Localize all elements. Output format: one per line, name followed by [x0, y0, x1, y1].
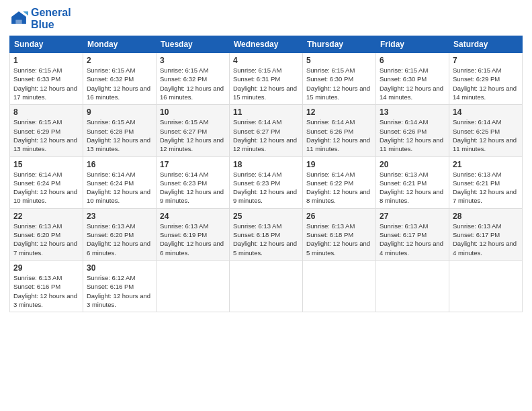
sunrise-time: 6:13 AM	[332, 222, 355, 230]
calendar-cell: 5 Sunrise: 6:15 AM Sunset: 6:30 PM Dayli…	[303, 53, 376, 105]
calendar-week-row: 15 Sunrise: 6:14 AM Sunset: 6:24 PM Dayl…	[10, 156, 523, 208]
sunrise-time: 6:14 AM	[259, 118, 282, 126]
sunset-label: Sunset:	[453, 231, 476, 238]
calendar-cell: 27 Sunrise: 6:13 AM Sunset: 6:17 PM Dayl…	[376, 208, 449, 260]
day-info: Sunrise: 6:13 AM Sunset: 6:18 PM Dayligh…	[233, 222, 299, 257]
sunset-label: Sunset:	[453, 179, 476, 187]
sunset-time: 6:29 PM	[476, 75, 500, 83]
sunset-time: 6:23 PM	[183, 179, 207, 187]
weekday-header: Tuesday	[157, 36, 230, 53]
day-number: 6	[380, 56, 445, 65]
day-number: 2	[87, 56, 152, 65]
daylight-label: Daylight:	[13, 240, 40, 247]
sunset-label: Sunset:	[160, 128, 183, 135]
daylight-label: Daylight:	[160, 240, 187, 247]
sunrise-label: Sunrise:	[380, 118, 405, 126]
sunset-label: Sunset:	[13, 75, 37, 83]
day-number: 26	[306, 212, 372, 221]
weekday-header: Sunday	[10, 36, 83, 53]
sunrise-time: 6:12 AM	[112, 274, 136, 281]
sunrise-label: Sunrise:	[87, 171, 112, 178]
sunset-label: Sunset:	[13, 128, 37, 135]
calendar-cell: 3 Sunrise: 6:15 AM Sunset: 6:32 PM Dayli…	[157, 53, 230, 105]
sunset-time: 6:24 PM	[37, 179, 60, 187]
logo-text: General Blue	[31, 7, 71, 30]
calendar-cell: 10 Sunrise: 6:15 AM Sunset: 6:27 PM Dayl…	[157, 105, 230, 156]
daylight-label: Daylight:	[380, 188, 406, 195]
sunrise-label: Sunrise:	[160, 118, 185, 126]
day-number: 19	[306, 160, 372, 169]
daylight-label: Daylight:	[453, 85, 480, 92]
sunrise-label: Sunrise:	[306, 118, 332, 126]
sunset-label: Sunset:	[453, 75, 476, 83]
day-info: Sunrise: 6:14 AM Sunset: 6:23 PM Dayligh…	[160, 170, 226, 205]
daylight-label: Daylight:	[306, 188, 333, 195]
day-info: Sunrise: 6:15 AM Sunset: 6:29 PM Dayligh…	[13, 118, 79, 153]
sunset-time: 6:23 PM	[257, 179, 280, 187]
header: General Blue	[9, 7, 523, 30]
daylight-label: Daylight:	[380, 240, 406, 247]
daylight-label: Daylight:	[306, 240, 333, 247]
sunrise-label: Sunrise:	[453, 118, 478, 126]
calendar-cell: 14 Sunrise: 6:14 AM Sunset: 6:25 PM Dayl…	[449, 105, 523, 156]
daylight-label: Daylight:	[13, 85, 40, 92]
daylight-label: Daylight:	[233, 188, 260, 195]
calendar-cell: 15 Sunrise: 6:14 AM Sunset: 6:24 PM Dayl…	[10, 156, 83, 208]
day-number: 17	[160, 160, 226, 169]
sunset-label: Sunset:	[13, 231, 37, 238]
sunrise-label: Sunrise:	[306, 66, 332, 74]
calendar-cell: 4 Sunrise: 6:15 AM Sunset: 6:31 PM Dayli…	[230, 53, 303, 105]
sunrise-time: 6:14 AM	[332, 171, 355, 178]
day-info: Sunrise: 6:13 AM Sunset: 6:19 PM Dayligh…	[160, 222, 226, 257]
sunset-label: Sunset:	[306, 179, 330, 187]
sunset-label: Sunset:	[13, 283, 37, 290]
day-number: 24	[160, 212, 226, 221]
sunrise-time: 6:13 AM	[259, 222, 282, 230]
sunset-label: Sunset:	[233, 75, 257, 83]
sunset-time: 6:25 PM	[476, 128, 500, 135]
sunrise-time: 6:15 AM	[405, 66, 429, 74]
weekday-header: Wednesday	[230, 36, 303, 53]
daylight-label: Daylight:	[87, 292, 114, 300]
sunset-label: Sunset:	[13, 179, 37, 187]
sunrise-time: 6:13 AM	[405, 171, 429, 178]
sunrise-label: Sunrise:	[13, 274, 39, 281]
day-info: Sunrise: 6:14 AM Sunset: 6:24 PM Dayligh…	[13, 170, 79, 205]
calendar-table: SundayMondayTuesdayWednesdayThursdayFrid…	[9, 36, 523, 312]
day-number: 13	[380, 107, 445, 117]
calendar-cell: 19 Sunrise: 6:14 AM Sunset: 6:22 PM Dayl…	[303, 156, 376, 208]
day-number: 15	[13, 160, 79, 169]
day-info: Sunrise: 6:14 AM Sunset: 6:22 PM Dayligh…	[306, 170, 372, 205]
daylight-label: Daylight:	[87, 136, 114, 144]
calendar-cell: 30 Sunrise: 6:12 AM Sunset: 6:16 PM Dayl…	[83, 260, 157, 312]
sunset-label: Sunset:	[87, 75, 110, 83]
calendar-cell	[449, 260, 523, 312]
daylight-label: Daylight:	[87, 85, 114, 92]
sunrise-label: Sunrise:	[160, 171, 185, 178]
sunrise-label: Sunrise:	[233, 118, 259, 126]
daylight-label: Daylight:	[160, 85, 187, 92]
sunset-time: 6:20 PM	[37, 231, 60, 238]
sunset-label: Sunset:	[160, 231, 183, 238]
day-info: Sunrise: 6:13 AM Sunset: 6:21 PM Dayligh…	[453, 170, 519, 205]
sunset-label: Sunset:	[87, 231, 110, 238]
sunrise-label: Sunrise:	[160, 66, 185, 74]
day-info: Sunrise: 6:13 AM Sunset: 6:20 PM Dayligh…	[13, 222, 79, 257]
sunrise-time: 6:14 AM	[112, 171, 136, 178]
daylight-label: Daylight:	[87, 188, 114, 195]
weekday-header: Friday	[376, 36, 449, 53]
calendar-cell	[157, 260, 230, 312]
day-info: Sunrise: 6:14 AM Sunset: 6:26 PM Dayligh…	[306, 118, 372, 153]
day-number: 23	[87, 212, 152, 221]
sunset-label: Sunset:	[306, 231, 330, 238]
calendar-cell: 25 Sunrise: 6:13 AM Sunset: 6:18 PM Dayl…	[230, 208, 303, 260]
day-info: Sunrise: 6:15 AM Sunset: 6:28 PM Dayligh…	[87, 118, 152, 153]
calendar-cell: 9 Sunrise: 6:15 AM Sunset: 6:28 PM Dayli…	[83, 105, 157, 156]
day-info: Sunrise: 6:15 AM Sunset: 6:32 PM Dayligh…	[160, 66, 226, 101]
day-info: Sunrise: 6:13 AM Sunset: 6:17 PM Dayligh…	[380, 222, 445, 257]
calendar-week-row: 22 Sunrise: 6:13 AM Sunset: 6:20 PM Dayl…	[10, 208, 523, 260]
calendar-cell: 21 Sunrise: 6:13 AM Sunset: 6:21 PM Dayl…	[449, 156, 523, 208]
sunset-time: 6:29 PM	[37, 128, 60, 135]
day-number: 21	[453, 160, 519, 169]
daylight-label: Daylight:	[13, 188, 40, 195]
